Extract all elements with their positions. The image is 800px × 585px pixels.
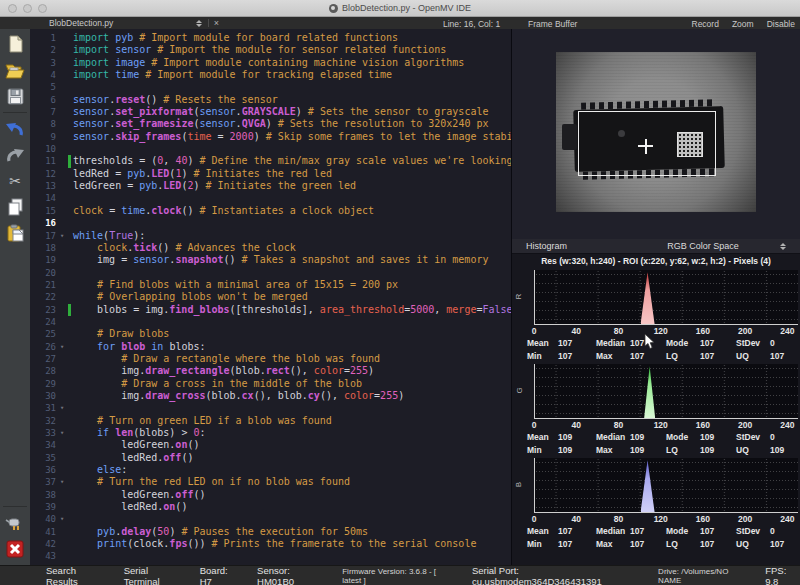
fold-arrow-icon[interactable]: ▾ bbox=[56, 513, 68, 525]
fold-arrow-icon bbox=[56, 192, 68, 204]
statusbar-item-serial-terminal[interactable]: Serial Terminal bbox=[124, 565, 183, 585]
channel-axis-label: R bbox=[514, 294, 523, 300]
color-space-select[interactable]: RGB Color Space bbox=[626, 241, 780, 251]
tab-close-icon[interactable]: × bbox=[214, 19, 219, 28]
code-line: 42 print(clock.fps()) # Prints the frame… bbox=[30, 538, 511, 550]
tick-label: 40 bbox=[572, 420, 581, 430]
code-text: ledGreen.off() bbox=[71, 489, 205, 501]
line-number: 19 bbox=[30, 254, 56, 266]
maximize-window-button[interactable] bbox=[38, 4, 47, 13]
stat-value: 107 bbox=[558, 539, 596, 549]
color-space-dropdown-icon[interactable] bbox=[780, 243, 786, 250]
code-line: 26▾ for blob in blobs: bbox=[30, 341, 511, 353]
record-button[interactable]: Record bbox=[692, 19, 719, 29]
stat-label: Mode bbox=[666, 526, 700, 536]
stat-label: Median bbox=[596, 432, 630, 442]
stat-value: 107 bbox=[630, 539, 666, 549]
code-line: 28 img.draw_rectangle(blob.rect(), color… bbox=[30, 365, 511, 377]
statusbar-item-search-results[interactable]: Search Results bbox=[46, 565, 107, 585]
line-number: 6 bbox=[30, 94, 56, 106]
stat-label: StDev bbox=[736, 432, 770, 442]
code-text: ledGreen = pyb.LED(2) # Initiates the gr… bbox=[71, 180, 356, 192]
cut-icon[interactable]: ✂ bbox=[5, 171, 25, 191]
fold-arrow-icon[interactable]: ▾ bbox=[56, 402, 68, 414]
x-axis-ticks: 04080120160200240 bbox=[534, 513, 798, 524]
fold-arrow-icon[interactable]: ▾ bbox=[56, 341, 68, 353]
code-text: ledRed.off() bbox=[71, 452, 193, 464]
fold-arrow-icon[interactable]: ▾ bbox=[56, 427, 68, 439]
resolution-roi-info: Res (w:320, h:240) - ROI (x:220, y:62, w… bbox=[512, 254, 800, 268]
window-title-group: BlobDetection.py - OpenMV IDE bbox=[329, 3, 471, 13]
fold-arrow-icon[interactable]: ▾ bbox=[56, 230, 68, 242]
stop-icon[interactable] bbox=[5, 539, 25, 559]
paste-icon[interactable] bbox=[5, 223, 25, 243]
fold-arrow-icon bbox=[56, 242, 68, 254]
code-line: 11thresholds = (0, 40) # Define the min/… bbox=[30, 155, 511, 167]
stat-label: Mode bbox=[666, 432, 700, 442]
code-text: sensor.skip_frames(time = 2000) # Skip s… bbox=[71, 131, 511, 143]
stat-value: 107 bbox=[770, 539, 800, 549]
histogram-plot bbox=[534, 458, 798, 513]
line-number: 7 bbox=[30, 106, 56, 118]
code-line: 9sensor.skip_frames(time = 2000) # Skip … bbox=[30, 131, 511, 143]
disable-button[interactable]: Disable bbox=[767, 19, 795, 29]
code-line: 15clock = time.clock() # Instantiates a … bbox=[30, 205, 511, 217]
line-number: 12 bbox=[30, 168, 56, 180]
code-text: img.draw_rectangle(blob.rect(), color=25… bbox=[71, 365, 374, 377]
fold-arrow-icon bbox=[56, 328, 68, 340]
tick-label: 0 bbox=[532, 514, 537, 524]
tick-label: 200 bbox=[738, 514, 752, 524]
fold-arrow-icon bbox=[56, 415, 68, 427]
fold-arrow-icon bbox=[56, 118, 68, 130]
camera-image[interactable] bbox=[556, 52, 756, 212]
new-file-icon[interactable] bbox=[5, 34, 25, 54]
tab-selector-icon[interactable] bbox=[196, 20, 202, 27]
fold-arrow-icon bbox=[56, 279, 68, 291]
stat-value: 0 bbox=[770, 526, 800, 536]
line-number: 9 bbox=[30, 131, 56, 143]
fold-arrow-icon bbox=[56, 439, 68, 451]
undo-icon[interactable] bbox=[5, 119, 25, 139]
tick-label: 160 bbox=[696, 514, 710, 524]
line-number: 25 bbox=[30, 328, 56, 340]
fold-arrow-icon[interactable]: ▾ bbox=[56, 476, 68, 488]
save-file-icon[interactable] bbox=[5, 86, 25, 106]
connect-icon[interactable] bbox=[5, 513, 25, 533]
stat-label: UQ bbox=[736, 539, 770, 549]
tick-label: 120 bbox=[654, 326, 668, 336]
stats-row: Mean107Median107Mode107StDev0 bbox=[512, 524, 800, 537]
open-file-icon[interactable] bbox=[5, 60, 25, 80]
code-text: # Draw blobs bbox=[71, 328, 169, 340]
code-line: 8sensor.set_framesize(sensor.QVGA) # Set… bbox=[30, 118, 511, 130]
fold-arrow-icon bbox=[56, 44, 68, 56]
code-text: pyb.delay(50) # Pauses the execution for… bbox=[71, 526, 368, 538]
tick-label: 200 bbox=[738, 420, 752, 430]
tick-label: 240 bbox=[780, 514, 794, 524]
fold-arrow-icon bbox=[56, 32, 68, 44]
file-tab[interactable]: BlobDetection.py × bbox=[45, 17, 223, 29]
statusbar-item-drive: Drive: /Volumes/NO NAME bbox=[658, 567, 748, 585]
code-editor[interactable]: 1import pyb # Import module for board re… bbox=[30, 29, 511, 565]
code-text: clock.tick() # Advances the clock bbox=[71, 242, 296, 254]
fold-arrow-icon bbox=[56, 205, 68, 217]
fold-arrow-icon bbox=[56, 365, 68, 377]
line-number: 26 bbox=[30, 341, 56, 353]
stat-value: 109 bbox=[558, 445, 596, 455]
frame-buffer-view[interactable] bbox=[512, 29, 800, 239]
minimize-window-button[interactable] bbox=[23, 4, 32, 13]
redo-icon[interactable] bbox=[5, 145, 25, 165]
zoom-button[interactable]: Zoom bbox=[732, 19, 754, 29]
code-line: 17▾while(True): bbox=[30, 230, 511, 242]
copy-icon[interactable] bbox=[5, 197, 25, 217]
code-text: # Overlapping blobs won't be merged bbox=[71, 291, 308, 303]
stat-label: LQ bbox=[666, 445, 700, 455]
line-number: 38 bbox=[30, 489, 56, 501]
window-controls[interactable] bbox=[8, 4, 47, 13]
code-text: blobs = img.find_blobs([thresholds], are… bbox=[71, 304, 511, 316]
close-window-button[interactable] bbox=[8, 4, 17, 13]
code-line: 36 else: bbox=[30, 464, 511, 476]
code-line: 7sensor.set_pixformat(sensor.GRAYSCALE) … bbox=[30, 106, 511, 118]
stat-value: 107 bbox=[770, 351, 800, 361]
line-number: 33 bbox=[30, 427, 56, 439]
fold-arrow-icon bbox=[56, 538, 68, 550]
